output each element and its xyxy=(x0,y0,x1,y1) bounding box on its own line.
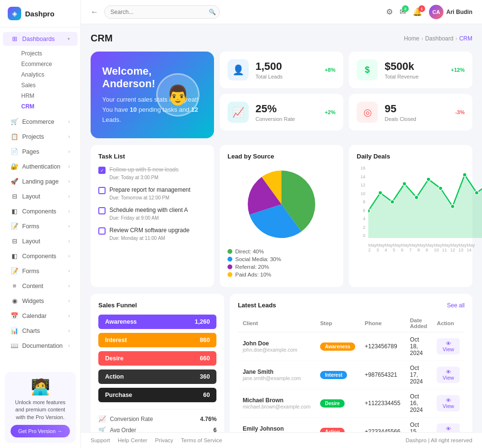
chevron-icon: › xyxy=(68,164,70,169)
sidebar-sub-item-crm[interactable]: CRM xyxy=(17,101,73,112)
task-checkbox[interactable] xyxy=(98,227,106,235)
date-cell: Oct 17, 2024 xyxy=(405,361,432,389)
chart-svg xyxy=(368,166,482,238)
chevron-icon: › xyxy=(68,119,70,124)
task-checkbox[interactable] xyxy=(98,207,106,214)
stat-body-deals: 95 Deals Closed xyxy=(385,103,448,122)
legend-item: Paid Ads: 10% xyxy=(228,272,335,277)
sidebar-section-layout: ⊟Layout› xyxy=(0,189,80,203)
sidebar-sub-item-sales[interactable]: Sales xyxy=(17,80,73,91)
sidebar-item-layout[interactable]: ⊟Layout› xyxy=(3,234,78,248)
get-pro-button[interactable]: Get Pro Version → xyxy=(11,425,70,437)
daily-deals-chart: 1614121086420 May 2May 3May 4May 5May 6M… xyxy=(357,166,465,252)
revenue-change: +12% xyxy=(451,67,465,73)
task-content: Prepare report for management Due: Tomor… xyxy=(109,186,190,200)
x-label: May 13 xyxy=(458,243,467,252)
chevron-icon: › xyxy=(68,224,70,229)
avatar-initials: CA xyxy=(432,9,440,15)
sidebar-item-ecommerce[interactable]: 🛒Ecommerce› xyxy=(3,115,78,129)
task-list-title: Task List xyxy=(98,153,206,160)
chevron-icon: › xyxy=(68,343,70,348)
stat-body-conversion: 25% Conversion Rate xyxy=(255,103,318,122)
view-button[interactable]: 👁 View xyxy=(437,423,460,432)
view-button[interactable]: 👁 View xyxy=(437,338,460,355)
sidebar-item-calendar[interactable]: 📅Calendar› xyxy=(3,309,78,323)
total-leads-value: 1,500 xyxy=(255,60,318,73)
header: ← 🔍 ⚙ ✉ 2 🔔 1 CA Ari Budin xyxy=(81,0,482,24)
x-label: May 5 xyxy=(393,243,401,252)
task-text: Prepare report for management xyxy=(109,186,190,194)
sidebar-sub-item-hrm[interactable]: HRM xyxy=(17,91,73,101)
latest-leads-title: Latest Leads xyxy=(238,302,276,309)
funnel-bar-value: 860 xyxy=(200,337,210,343)
sidebar-item-pages[interactable]: 📄Pages› xyxy=(3,145,78,158)
sidebar-sub-item-ecommerce[interactable]: Ecommerce xyxy=(17,59,73,69)
step-badge: Desire xyxy=(320,399,345,408)
view-button[interactable]: 👁 View xyxy=(437,395,460,411)
funnel-bar-label: Action xyxy=(105,373,124,380)
chevron-icon: › xyxy=(68,134,70,139)
nav-icon: 📄 xyxy=(11,148,18,155)
search-icon[interactable]: 🔍 xyxy=(209,9,216,15)
mail-icon[interactable]: ✉ 2 xyxy=(400,7,406,16)
sidebar-item-components[interactable]: ◧Components› xyxy=(3,204,78,218)
sidebar-item-components[interactable]: ◧Components› xyxy=(3,249,78,263)
sidebar-item-forms[interactable]: 📝Forms› xyxy=(3,264,78,278)
bell-icon[interactable]: 🔔 1 xyxy=(413,7,422,16)
client-name: Michael Brown xyxy=(242,397,310,404)
nav-label: Pages xyxy=(22,148,39,155)
chevron-icon: › xyxy=(68,238,70,244)
pie-chart xyxy=(228,166,335,243)
sidebar-item-charts[interactable]: 📊Charts› xyxy=(3,324,78,338)
sidebar-item-content[interactable]: ≡Content› xyxy=(3,279,78,293)
footer-link-support[interactable]: Support xyxy=(91,437,110,443)
footer-link-help-center[interactable]: Help Center xyxy=(118,437,147,443)
page-title: CRM xyxy=(91,33,113,44)
footer-link-privacy[interactable]: Privacy xyxy=(155,437,174,443)
deals-label: Deals Closed xyxy=(385,116,448,122)
back-button[interactable]: ← xyxy=(91,8,98,16)
sidebar-item-authentication[interactable]: 🔐Authentication› xyxy=(3,159,78,173)
sidebar-item-widgets[interactable]: ◉Widgets› xyxy=(3,294,78,308)
task-checkbox[interactable] xyxy=(98,187,106,194)
sidebar-section-components: ◧Components› xyxy=(0,204,80,218)
see-all-link[interactable]: See all xyxy=(447,302,465,309)
welcome-avatar: 👨 xyxy=(156,73,200,117)
sidebar-sub-item-projects[interactable]: Projects xyxy=(17,48,73,59)
sidebar-item-projects[interactable]: 📋Projects› xyxy=(3,130,78,144)
funnel-bar-action: Action360 xyxy=(98,369,216,384)
sidebar-item-forms[interactable]: 📝Forms› xyxy=(3,219,78,233)
nav-label: Content xyxy=(22,283,43,290)
chevron-icon: › xyxy=(68,253,70,259)
sidebar-item-landing-page[interactable]: 🚀Landing page› xyxy=(3,174,78,188)
y-label: 10 xyxy=(357,191,365,196)
sidebar-section-dashboards: ⊞Dashboards▾ProjectsEcommerceAnalyticsSa… xyxy=(0,32,80,114)
breadcrumb-dashboard: Dashboard xyxy=(425,35,454,42)
footer-link-terms-of-service[interactable]: Terms of Service xyxy=(181,437,222,443)
chevron-icon: ▾ xyxy=(67,36,70,41)
sidebar-item-dashboards[interactable]: ⊞Dashboards▾ xyxy=(3,32,78,46)
nav-label: Forms xyxy=(22,223,39,230)
task-text: Schedule meeting with client A xyxy=(109,206,188,214)
legend-label: Direct: 40% xyxy=(235,249,264,254)
task-due: Due: Friday at 9:00 AM xyxy=(109,215,188,221)
sidebar-sub-item-analytics[interactable]: Analytics xyxy=(17,69,73,80)
sidebar-promo: 🧑‍💻 Unlock more features and premium con… xyxy=(5,372,76,443)
revenue-label: Total Revenue xyxy=(385,74,444,79)
nav-icon: 📊 xyxy=(11,327,18,334)
client-name: Jane Smith xyxy=(242,369,310,375)
view-button[interactable]: 👁 View xyxy=(437,367,460,383)
sidebar-item-layout[interactable]: ⊟Layout› xyxy=(3,189,78,203)
leads-header: Latest Leads See all xyxy=(238,302,465,309)
sidebar-item-documentation[interactable]: 📖Documentation› xyxy=(3,339,78,353)
search-input[interactable] xyxy=(104,5,220,19)
user-avatar-wrap[interactable]: CA Ari Budin xyxy=(429,5,472,19)
nav-label: Components xyxy=(22,208,56,215)
deals-icon: ◎ xyxy=(357,102,378,123)
task-checkbox[interactable] xyxy=(98,167,106,174)
settings-icon[interactable]: ⚙ xyxy=(386,7,393,16)
stat-card-deals: ◎ 95 Deals Closed -3% xyxy=(349,94,472,131)
logo[interactable]: ◈ Dashpro xyxy=(0,0,80,27)
task-item: Schedule meeting with client A Due: Frid… xyxy=(98,206,206,221)
x-label: May 3 xyxy=(376,243,385,252)
